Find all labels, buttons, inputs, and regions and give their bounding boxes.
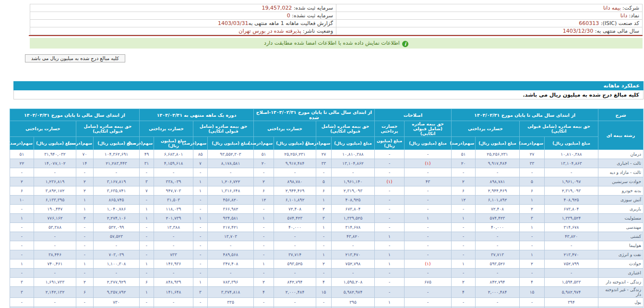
- value-cell: -: [375, 186, 405, 196]
- red-divider: [29, 35, 643, 36]
- table-body: درمان۱۰,۸۱۰,۳۸۸۲۷۲۵,۲۵۶,۲۳۱۵۱--۱۰,۸۱۰,۳۸…: [10, 150, 643, 308]
- registered-capital-cell: سرمایه ثبت شده: 19,457,022: [30, 4, 336, 12]
- value-cell: ۲۷: [316, 150, 332, 159]
- value-cell: ۲۰: [452, 159, 476, 168]
- signature-match-notice: iاطلاعات نمایش داده شده با اطلاعات امضا …: [30, 38, 643, 49]
- table-row: مسئولیت۱,۳۳۹,۵۲۴۳۵۷۴,۴۲۳۱۱-۱,۳۳۹,۵۲۵۳۵۷۴…: [10, 214, 643, 223]
- value-cell: ۱: [375, 298, 405, 307]
- registered-capital-value: 19,457,022: [262, 5, 292, 11]
- row-label: اعتباری: [598, 269, 644, 278]
- value-cell: ۲: [520, 259, 545, 269]
- value-cell: ۲: [76, 186, 93, 196]
- value-cell: ۳۸,۴۴۶: [34, 250, 76, 259]
- value-cell: ۷۰: [76, 150, 93, 159]
- value-cell: ۱: [452, 259, 476, 269]
- value-cell: ۶۷۳,۸۰۴: [545, 205, 598, 214]
- value-cell: ۷۳۰: [93, 298, 139, 307]
- value-cell: ۱,۰۴۰,۷۸۶: [93, 205, 139, 214]
- value-cell: ۳۱,۹۴۰,۰۳۲: [34, 150, 76, 159]
- value-cell: ۳۱,۵۰۳: [154, 196, 193, 205]
- value-cell: (۱): [375, 177, 405, 186]
- value-cell: ۴۳,۸۲۰: [545, 232, 598, 241]
- value-cell: ۴۹: [139, 150, 154, 159]
- value-cell: ۴۸۹,۵۶۸: [208, 250, 254, 259]
- value-cell: -: [193, 196, 208, 205]
- value-cell: -: [520, 232, 545, 241]
- value-cell: -: [208, 269, 254, 278]
- monthly-activity-report-page: { "company_info": { "rows": [ {"right_la…: [0, 0, 644, 308]
- value-cell: ۴: [316, 278, 332, 287]
- value-cell: ۱۴,۰۷۷,۱۰۲: [34, 159, 76, 168]
- table-row: کشتی۴۳,۸۲۰----۱۴۳,۸۲۰---۱۳,۷۰۳---۵۷,۵۲۳-…: [10, 232, 643, 241]
- value-cell: -: [405, 205, 452, 214]
- value-cell: ۷۵۲,۷۹۹: [545, 259, 598, 269]
- value-cell: ۶,۱۰۱,۸۹۲: [274, 196, 316, 205]
- fiscal-year-cell: سال مالی منتهی به: 1403/12/30: [336, 27, 643, 35]
- value-cell: ۵۷,۵۲۳: [93, 232, 139, 241]
- value-cell: ۶: [10, 186, 34, 196]
- value-cell: ۳۹۴: [545, 298, 598, 307]
- table-row: هواپیما------------------: [10, 241, 643, 250]
- value-cell: ۳: [139, 177, 154, 186]
- value-cell: -: [405, 287, 452, 298]
- value-cell: -: [76, 269, 93, 278]
- value-cell: ۱,۵۹۵,۲۰۸: [332, 278, 375, 287]
- value-cell: -: [34, 232, 76, 241]
- value-cell: ۱: [193, 214, 208, 223]
- info-row: نماد: دانا سرمایه ثبت نشده: 0: [30, 12, 643, 20]
- value-cell: ۱۳,۳۸۸: [154, 223, 193, 232]
- value-cell: -: [405, 241, 452, 250]
- premium-subheader: حق بیمه صادره (شامل قبولی اتکایی): [193, 121, 254, 137]
- value-cell: ۸۴۸,۹۳۹: [154, 278, 193, 287]
- value-cell: -: [476, 232, 520, 241]
- value-cell: ۵۱: [452, 150, 476, 159]
- value-cell: ۷۳۳: [154, 250, 193, 259]
- value-cell: ۹۴۷,۷۰۳: [154, 186, 193, 196]
- claims-subheader: خسارت پرداختی: [254, 121, 316, 137]
- table-row: حوادث۷۵۲,۷۹۹۲۵۹۳,۵۲۶۱(۱)۱۷۵۲,۷۹۸۲۵۹۳,۵۲۵…: [10, 259, 643, 269]
- value-cell: -: [452, 241, 476, 250]
- value-cell: -: [193, 298, 208, 307]
- value-cell: -: [375, 278, 405, 287]
- value-cell: -: [274, 298, 316, 307]
- value-cell: ۱: [139, 205, 154, 214]
- value-cell: ۱: [520, 196, 545, 205]
- value-cell: -: [154, 232, 193, 241]
- value-cell: -: [76, 250, 93, 259]
- value-cell: -: [193, 259, 208, 269]
- value-cell: -: [476, 298, 520, 307]
- value-cell: -: [452, 269, 476, 278]
- value-cell: ۱: [375, 232, 405, 241]
- value-cell: -: [193, 241, 208, 250]
- value-cell: -: [34, 269, 76, 278]
- value-cell: ۳۴۷,۴۰۸: [208, 259, 254, 269]
- value-cell: ۴۰۸,۹۲۵: [545, 196, 598, 205]
- row-label: مسئولیت: [598, 214, 644, 223]
- fiscal-year-value: 1403/12/30: [563, 28, 593, 34]
- value-cell: ۱۴۶,۹۳۶: [154, 259, 193, 269]
- table-row: ثالث - مازاد و دیه------------------: [10, 168, 643, 177]
- value-cell: -: [193, 232, 208, 241]
- value-cell: ۳۳۵: [208, 298, 254, 307]
- value-cell: -: [139, 241, 154, 250]
- claims-subheader: خسارت پرداختی: [452, 121, 520, 137]
- premium-subheader: حق بیمه صادره (شامل قبولی اتکایی): [76, 121, 139, 137]
- header-group-row: شرحاز ابتدای سال مالی تا پایان مورخ ۱۴۰۳…: [10, 109, 643, 121]
- amounts-unit-button[interactable]: کلیه مبالغ درج شده به میلیون ریال می باش…: [25, 54, 125, 62]
- value-cell: ۳,۸۹۲,۱۷۲: [34, 186, 76, 196]
- value-cell: ۱,۳۳۹,۵۲۵: [332, 214, 375, 223]
- value-cell: ۴: [520, 278, 545, 287]
- value-cell: -: [208, 241, 254, 250]
- table-row: نفت و انرژی۲۱۳,۴۷۰۱۳۷,۷۱۳--۱۲۱۳,۴۷۰۱۳۷,۷…: [10, 250, 643, 259]
- value-cell: -: [405, 196, 452, 205]
- value-cell: ۹۳۴,۵۸۱: [208, 214, 254, 223]
- value-cell: ۷۲,۴۰۸: [476, 205, 520, 214]
- value-cell: ۸۴۲,۷۹۴: [476, 278, 520, 287]
- value-cell: -: [254, 241, 274, 250]
- registered-capital-label: سرمایه ثبت شده:: [294, 5, 333, 11]
- share-col-header: سهم(درصد): [10, 137, 34, 150]
- value-cell: ۲۱۳,۴۷۰: [332, 250, 375, 259]
- value-cell: -: [254, 269, 274, 278]
- row-label: هواپیما: [598, 241, 644, 250]
- value-cell: ۳,۳۷۴,۸۱۸: [208, 287, 254, 298]
